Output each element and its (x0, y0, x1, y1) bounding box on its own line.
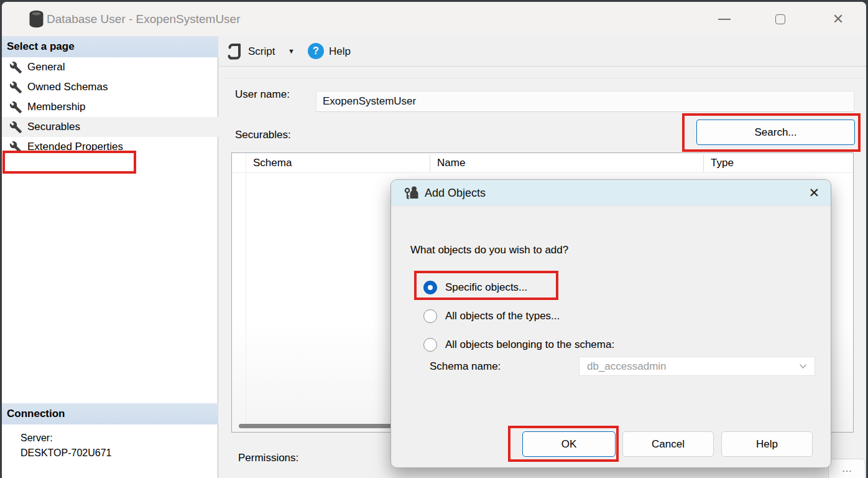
toolbar: Script ▼ ? Help (218, 36, 866, 67)
dialog-title: Add Objects (425, 180, 486, 206)
dialog-title-bar: Add Objects ✕ (391, 180, 831, 206)
connection-header: Connection (2, 403, 218, 424)
server-name: DESKTOP-702U671 (21, 448, 111, 459)
server-label: Server: (21, 433, 53, 444)
sidebar-item-label: Owned Schemas (27, 81, 108, 93)
help-button[interactable]: Help (329, 36, 351, 67)
securables-label: Securables: (235, 129, 291, 141)
window-title: Database User - ExopenSystemUser (47, 2, 241, 36)
chevron-down-icon (799, 363, 807, 369)
dialog-question: What objects do you wish to add? (410, 244, 568, 256)
schema-name-dropdown[interactable]: db_accessadmin (579, 357, 815, 376)
wrench-icon (9, 101, 22, 114)
column-divider (246, 153, 246, 432)
radio-label: All objects belonging to the schema: (445, 339, 614, 351)
script-button[interactable]: Script (248, 36, 275, 67)
ellipsis-button[interactable]: … (828, 459, 866, 478)
wrench-icon (9, 81, 22, 94)
sidebar: Select a page General Owned Schemas Memb… (2, 36, 218, 478)
radio-label: All objects of the types... (445, 310, 560, 322)
column-divider (703, 154, 704, 172)
sidebar-item-general[interactable]: General (2, 57, 218, 77)
annotation-box-search (682, 113, 861, 152)
add-objects-icon (404, 185, 419, 201)
ok-button[interactable]: OK (522, 431, 616, 457)
script-icon (227, 43, 243, 60)
cancel-button[interactable]: Cancel (622, 431, 714, 457)
column-divider (430, 154, 430, 172)
minimize-button[interactable] (709, 5, 740, 33)
minimize-icon (718, 19, 731, 20)
title-bar: Database User - ExopenSystemUser ✕ (2, 2, 866, 36)
schema-name-label: Schema name: (430, 360, 501, 373)
radio-all-objects-of-schema[interactable]: All objects belonging to the schema: (423, 337, 614, 352)
script-dropdown-caret-icon[interactable]: ▼ (288, 36, 295, 67)
sidebar-item-securables[interactable]: Securables (2, 117, 218, 137)
select-a-page-header: Select a page (2, 36, 218, 57)
radio-specific-objects[interactable]: Specific objects... (423, 280, 527, 295)
radio-unselected-icon[interactable] (423, 309, 437, 323)
close-button[interactable]: ✕ (823, 5, 854, 33)
help-button[interactable]: Help (721, 431, 813, 457)
sidebar-item-membership[interactable]: Membership (2, 97, 218, 117)
sidebar-item-owned-schemas[interactable]: Owned Schemas (2, 77, 218, 97)
table-header-row: Schema Name Type (232, 153, 853, 173)
annotation-box-securables (2, 151, 136, 174)
schema-name-value: db_accessadmin (587, 357, 667, 375)
maximize-button[interactable] (765, 5, 796, 33)
radio-label: Specific objects... (445, 281, 527, 294)
panel-divider (226, 78, 866, 78)
permissions-label: Permissions: (238, 452, 298, 464)
wrench-icon (9, 61, 22, 74)
add-objects-dialog: Add Objects ✕ What objects do you wish t… (390, 179, 831, 468)
radio-all-objects-of-types[interactable]: All objects of the types... (423, 309, 560, 324)
radio-unselected-icon[interactable] (423, 338, 437, 352)
sidebar-item-label: Securables (27, 121, 80, 133)
database-user-window: Database User - ExopenSystemUser ✕ Selec… (2, 2, 866, 478)
radio-selected-icon[interactable] (423, 281, 437, 294)
wrench-icon (9, 121, 22, 134)
database-icon (28, 10, 45, 29)
dialog-close-icon[interactable]: ✕ (808, 180, 820, 206)
help-icon[interactable]: ? (308, 43, 324, 59)
column-header-type[interactable]: Type (703, 153, 853, 173)
column-header-schema[interactable]: Schema (246, 153, 430, 173)
close-icon: ✕ (833, 11, 844, 27)
sidebar-item-label: Membership (27, 101, 86, 113)
maximize-icon (775, 14, 785, 24)
user-name-input[interactable]: ExopenSystemUser (316, 91, 854, 112)
column-header-name[interactable]: Name (430, 153, 703, 173)
user-name-label: User name: (235, 88, 290, 101)
sidebar-item-label: General (27, 61, 65, 73)
